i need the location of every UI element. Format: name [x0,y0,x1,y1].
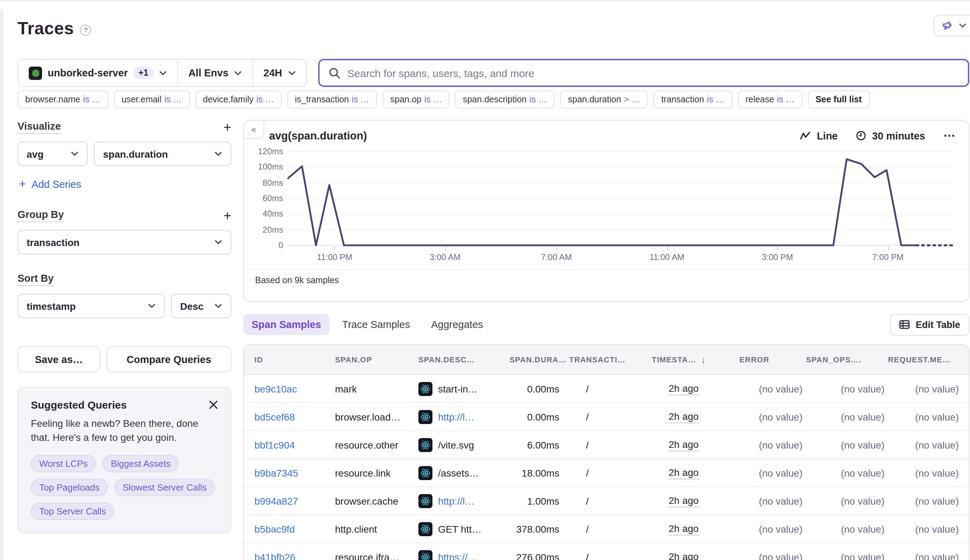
date-range-selector[interactable]: 24H [252,60,306,86]
table-row: bbf1c904 resource.other /vite.svg 6.00ms… [244,431,968,459]
suggested-query-chip[interactable]: Top Pageloads [31,478,108,496]
results-tab[interactable]: Aggregates [423,314,491,335]
environment-selector[interactable]: All Envs [177,60,252,86]
chart-type-toggle[interactable]: Line [800,130,838,141]
transaction-cell: / [569,383,652,394]
timestamp-cell: 2h ago [652,410,739,423]
table-column-header[interactable]: TIMESTA… ↓ [652,354,739,365]
table-column-header[interactable]: SPAN.OP ↓ [335,355,418,364]
add-group-by-button[interactable]: + [223,209,231,222]
metric-select[interactable]: span.duration [94,142,231,166]
search-placeholder: Search for spans, users, tags, and more [347,67,534,79]
suggested-query-chip[interactable]: Slowest Server Calls [114,478,215,496]
x-axis-label: 7:00 PM [872,252,903,262]
x-axis-label: 7:00 AM [541,252,572,262]
span-id-link[interactable]: b994a827 [254,495,298,507]
span-description-link[interactable]: /assets… [438,467,479,478]
project-selector[interactable]: unborked-server +1 [18,60,177,86]
span-id-link[interactable]: bbf1c904 [254,439,295,450]
span-description-link[interactable]: http://l… [438,411,475,422]
chevron-down-icon [215,240,222,245]
span-op-cell: http.client [335,523,418,534]
chart-options-icon[interactable]: ⋯ [943,128,956,143]
react-project-icon [418,466,432,480]
table-column-header[interactable]: SPAN_OPS…. ↓ [806,355,888,364]
x-axis-label: 11:00 AM [649,252,684,262]
span-description-link[interactable]: GET htt… [438,523,482,534]
react-project-icon [418,494,432,508]
span-description-link[interactable]: start-in… [438,383,478,394]
sort-direction-select[interactable]: Desc [171,294,231,318]
request-method-cell: (no value) [888,411,968,422]
add-series-button[interactable]: + Add Series [19,177,81,191]
table-row: b41bfb26 resource.ifra… https://… 276.00… [244,543,968,560]
quick-filter-chip[interactable]: is_transaction is … [287,90,377,108]
chevron-down-icon [215,303,222,308]
close-icon[interactable] [209,400,218,409]
group-by-select[interactable]: transaction [18,230,231,254]
span-description-link[interactable]: https://… [438,551,477,560]
edit-table-button[interactable]: Edit Table [890,313,969,335]
table-column-header[interactable]: SPAN.DURA… ↓ [510,355,569,364]
save-as-button[interactable]: Save as… [18,346,100,372]
megaphone-icon [942,20,953,31]
table-column-header[interactable]: ERROR ↓ [739,355,806,364]
whats-new-button[interactable] [933,15,970,37]
span-id-link[interactable]: b41bfb26 [254,551,295,560]
react-project-icon [418,382,432,396]
suggested-query-chip[interactable]: Top Server Calls [31,502,115,520]
sort-by-label: Sort By [18,273,53,286]
see-full-list-button[interactable]: See full list [808,90,870,108]
span-description-cell: /vite.svg [418,438,510,452]
y-axis-label: 60ms [262,193,283,203]
quick-filter-chip[interactable]: span.op is … [383,90,450,108]
quick-filter-chip[interactable]: device.family is … [195,90,282,108]
compare-queries-button[interactable]: Compare Queries [107,346,231,372]
chart-plot-svg [287,148,953,247]
span-description-link[interactable]: http://l… [438,495,475,507]
search-input[interactable]: Search for spans, users, tags, and more [318,59,969,87]
quick-filter-chip[interactable]: span.duration > … [560,90,648,108]
table-column-header[interactable]: REQUEST.ME… ↓ [888,355,968,364]
span-ops-cell: (no value) [806,551,888,560]
span-id-link[interactable]: bd5cef68 [254,411,295,422]
page-filter-group: unborked-server +1 All Envs 24H [18,59,307,87]
table-column-header[interactable]: TRANSACTI… ↓ [569,355,652,364]
samples-note: Based on 9k samples [244,269,968,291]
span-id-link[interactable]: b9ba7345 [254,467,298,478]
suggested-query-chip[interactable]: Biggest Assets [102,455,179,472]
quick-filter-chip[interactable]: release is … [738,90,802,108]
chevron-down-icon [958,23,966,28]
quick-filter-chip[interactable]: browser.name is … [18,90,108,108]
span-duration-cell: 0.00ms [510,411,569,422]
span-duration-cell: 18.00ms [510,467,569,478]
suggested-query-chip[interactable]: Worst LCPs [31,455,96,472]
quick-filter-chip[interactable]: transaction is … [653,90,732,108]
span-description-link[interactable]: /vite.svg [438,439,474,450]
table-row: be9c10ac mark start-in… 0.00ms / 2h ago … [244,375,968,403]
table-column-header[interactable]: ID ↓ [254,355,335,364]
timestamp-cell: 2h ago [652,495,739,507]
results-tab[interactable]: Span Samples [243,314,329,335]
results-tab[interactable]: Trace Samples [333,314,418,335]
request-method-cell: (no value) [888,467,968,478]
help-icon[interactable]: ? [80,24,92,35]
quick-filter-chip[interactable]: span.description is … [455,90,555,108]
sort-field-select[interactable]: timestamp [18,294,165,318]
collapse-sidebar-icon[interactable]: « [243,120,264,139]
suggested-queries-panel: Suggested Queries Feeling like a newb? B… [18,387,231,533]
aggregate-select[interactable]: avg [18,142,88,166]
sort-desc-icon[interactable]: ↓ [701,354,706,365]
table-column-header[interactable]: SPAN.DESC… ↓ [418,355,510,364]
span-description-cell: /assets… [418,466,510,480]
chart-interval-selector[interactable]: 30 minutes [856,130,925,141]
suggested-queries-title: Suggested Queries [31,399,127,411]
span-id-link[interactable]: be9c10ac [254,383,297,394]
span-id-link[interactable]: b5bac9fd [254,523,295,534]
search-icon [328,67,340,79]
add-visualize-button[interactable]: + [223,120,231,134]
table-row: bd5cef68 browser.load… http://l… 0.00ms … [244,403,968,431]
quick-filter-chip[interactable]: user.email is … [114,90,190,108]
span-duration-cell: 0.00ms [510,383,569,394]
span-ops-cell: (no value) [806,411,888,422]
